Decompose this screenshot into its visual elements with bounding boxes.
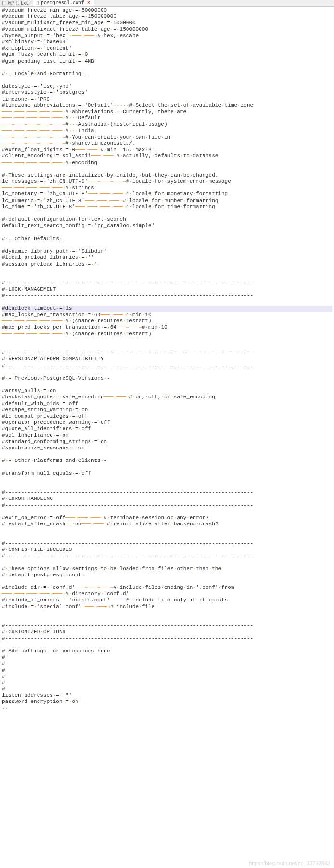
code-line[interactable]: #standard_conforming_strings·=·on — [2, 439, 332, 445]
code-line[interactable]: #---------------------------------------… — [2, 636, 332, 642]
code-line[interactable]: datestyle·=·'iso,·ymd' — [2, 83, 332, 89]
code-line[interactable]: #include·=·'special.conf'·───→───→#·incl… — [2, 604, 332, 610]
code-line[interactable]: #exit_on_error·=·off───→───→───→#·termin… — [2, 515, 332, 521]
code-line[interactable] — [2, 64, 332, 71]
code-line[interactable]: #·CUSTOMIZED·OPTIONS — [2, 629, 332, 635]
code-line[interactable]: #session_preload_libraries·=·'' — [2, 261, 332, 268]
code-line[interactable]: #deadlock_timeout·=·1s — [2, 306, 332, 312]
code-line[interactable] — [2, 274, 332, 280]
code-line[interactable]: #escape_string_warning·=·on — [2, 407, 332, 413]
code-line[interactable]: #include_if_exists·=·'exists.conf'·───→#… — [2, 597, 332, 603]
code-line[interactable]: #·-·Previous·PostgreSQL·Versions·- — [2, 375, 332, 382]
code-line[interactable]: #·Add·settings·for·extensions·here — [2, 648, 332, 654]
code-line[interactable]: lc_numeric·=·'zh_CN.UTF-8'───→───→───→#·… — [2, 198, 332, 204]
code-line[interactable]: #·-·Other·Defaults·- — [2, 236, 332, 242]
code-line[interactable]: #·default·postgresql.conf. — [2, 572, 332, 578]
code-line[interactable]: #---------------------------------------… — [2, 553, 332, 559]
code-line[interactable] — [2, 369, 332, 375]
code-line[interactable]: ───→───→───→───→───→#···Australia·(histo… — [2, 121, 332, 128]
code-line[interactable]: #·These·settings·are·initialized·by·init… — [2, 172, 332, 179]
code-line[interactable]: #vacuum_freeze_table_age·=·150000000 — [2, 13, 332, 20]
code-line[interactable]: ───→───→───→───→───→#·You·can·create·you… — [2, 134, 332, 140]
code-line[interactable]: #vacuum_freeze_min_age·=·50000000 — [2, 7, 332, 13]
code-line[interactable]: #extra_float_digits·=·0───→───→#·min·-15… — [2, 147, 332, 153]
code-line[interactable]: #transform_null_equals·=·off — [2, 471, 332, 477]
code-line[interactable] — [2, 382, 332, 388]
code-line[interactable]: #max_locks_per_transaction·=·64───→───→#… — [2, 312, 332, 318]
code-line[interactable] — [2, 230, 332, 236]
code-line[interactable]: #sql_inheritance·=·on — [2, 433, 332, 439]
code-line[interactable] — [2, 166, 332, 172]
code-line[interactable] — [2, 527, 332, 534]
code-line[interactable]: #vacuum_multixact_freeze_table_age·=·150… — [2, 26, 332, 33]
code-line[interactable]: #·LOCK·MANAGEMENT — [2, 286, 332, 293]
code-line[interactable]: ───→───→───→───→───→#·abbreviations.··Cu… — [2, 109, 332, 115]
code-line[interactable]: #---------------------------------------… — [2, 280, 332, 286]
code-line[interactable]: #quote_all_identifiers·=·off — [2, 426, 332, 432]
code-line[interactable] — [2, 344, 332, 350]
code-line[interactable]: #---------------------------------------… — [2, 489, 332, 496]
code-line[interactable]: #intervalstyle·=·'postgres' — [2, 89, 332, 96]
code-line[interactable]: lc_monetary·=·'zh_CN.UTF-8'───→───→───→#… — [2, 191, 332, 197]
code-line[interactable] — [2, 210, 332, 217]
code-line[interactable]: #local_preload_libraries·=·'' — [2, 255, 332, 261]
code-line[interactable]: # — [2, 654, 332, 661]
code-line[interactable]: #include_dir·=·'conf.d'───→───→───→#·inc… — [2, 585, 332, 591]
code-line[interactable] — [2, 299, 332, 306]
code-line[interactable]: #restart_after_crash·=·on───→───→#·reini… — [2, 521, 332, 527]
code-line[interactable] — [2, 464, 332, 471]
code-line[interactable]: #---------------------------------------… — [2, 350, 332, 356]
code-line[interactable]: listen_addresses·=·'*' — [2, 692, 332, 699]
code-line[interactable] — [2, 483, 332, 489]
code-line[interactable] — [2, 337, 332, 344]
code-line[interactable]: #backslash_quote·=·safe_encoding───→───→… — [2, 394, 332, 400]
code-line[interactable]: #---------------------------------------… — [2, 293, 332, 299]
code-line[interactable]: default_text_search_config·=·'pg_catalog… — [2, 223, 332, 229]
code-line[interactable]: #·default·configuration·for·text·search — [2, 217, 332, 223]
code-line[interactable]: #·-·Locale·and·Formatting·- — [2, 71, 332, 77]
code-line[interactable]: ───→───→───→───→───→#·strings — [2, 185, 332, 191]
code-line[interactable]: #·VERSION/PLATFORM·COMPATIBILITY — [2, 356, 332, 362]
code-line[interactable]: # — [2, 667, 332, 674]
tab-file-2[interactable]: postgresql.conf × — [33, 0, 94, 6]
code-line[interactable]: #---------------------------------------… — [2, 540, 332, 547]
code-line[interactable]: #·ERROR·HANDLING — [2, 496, 332, 502]
code-line[interactable]: #operator_precedence_warning·=·off — [2, 420, 332, 426]
code-line[interactable]: ───→───→───→───→───→#·encoding — [2, 160, 332, 166]
code-line[interactable]: #bytea_output·=·'hex'·───→───→#·hex,·esc… — [2, 33, 332, 39]
code-line[interactable] — [2, 451, 332, 458]
code-line[interactable]: #---------------------------------------… — [2, 623, 332, 629]
code-line[interactable] — [2, 610, 332, 616]
code-line[interactable]: # — [2, 686, 332, 692]
code-line[interactable]: #max_pred_locks_per_transaction·=·64───→… — [2, 324, 332, 331]
code-line[interactable]: #lo_compat_privileges·=·off — [2, 413, 332, 420]
code-line[interactable]: password_encryption·=·on — [2, 699, 332, 705]
code-line[interactable]: # — [2, 674, 332, 680]
code-line[interactable]: ───→───→───→───→───→#···Default — [2, 115, 332, 121]
code-line[interactable]: #xmloption·=·'content' — [2, 45, 332, 51]
code-line[interactable]: #---------------------------------------… — [2, 363, 332, 369]
code-line[interactable] — [2, 559, 332, 565]
code-line[interactable]: #·CONFIG·FILE·INCLUDES — [2, 547, 332, 553]
code-line[interactable]: #array_nulls·=·on — [2, 388, 332, 394]
code-line[interactable]: #·-·Other·Platforms·and·Clients·- — [2, 458, 332, 464]
code-line[interactable]: lc_messages·=·'zh_CN.UTF-8'───→───→───→#… — [2, 179, 332, 185]
tab-file-1[interactable]: 密码.txt — [0, 0, 33, 6]
code-line[interactable] — [2, 268, 332, 274]
code-line[interactable]: # — [2, 680, 332, 686]
code-line[interactable] — [2, 534, 332, 540]
code-line[interactable] — [2, 616, 332, 623]
close-icon[interactable]: × — [87, 0, 90, 6]
code-line[interactable]: timezone·=·'PRC' — [2, 96, 332, 102]
code-line[interactable]: #default_with_oids·=·off — [2, 401, 332, 407]
code-line[interactable]: ───→───→───→───→───→#···India — [2, 128, 332, 134]
code-line[interactable]: #gin_pending_list_limit·=·4MB — [2, 58, 332, 64]
code-line[interactable]: #synchronize_seqscans·=·on — [2, 445, 332, 451]
code-line[interactable]: ───→───→───→───→───→#·share/timezonesets… — [2, 140, 332, 147]
code-line[interactable]: #xmlbinary·=·'base64' — [2, 39, 332, 45]
code-line[interactable]: #·These·options·allow·settings·to·be·loa… — [2, 566, 332, 572]
code-line[interactable]: #client_encoding·=·sql_ascii───→───→#·ac… — [2, 153, 332, 159]
code-line[interactable]: lc_time·=·'zh_CN.UTF-8'───→───→───→───→#… — [2, 204, 332, 210]
code-line[interactable]: #dynamic_library_path·=·'$libdir' — [2, 248, 332, 255]
code-line[interactable]: ───→───→───→───→───→#·directory·'conf.d' — [2, 591, 332, 597]
